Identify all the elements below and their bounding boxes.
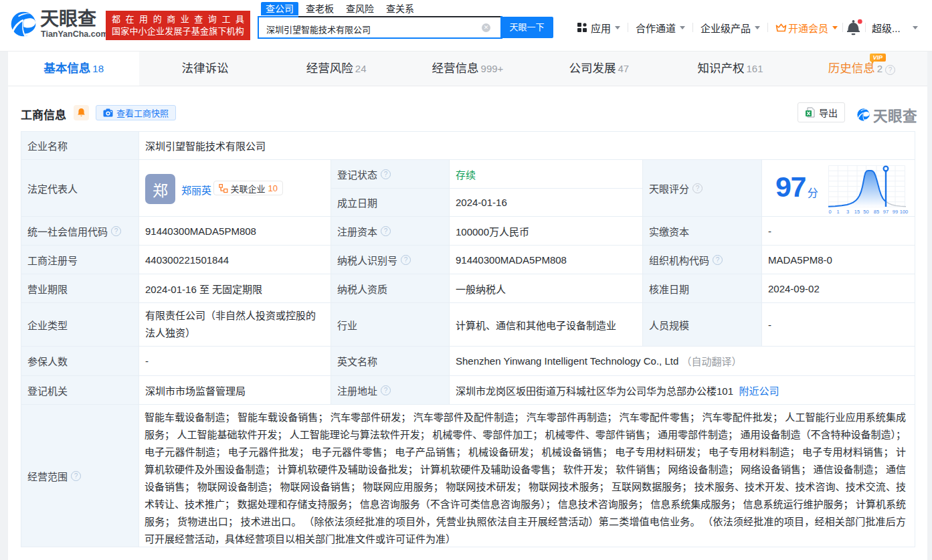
svg-text:85: 85 — [874, 209, 879, 215]
svg-text:99: 99 — [893, 209, 898, 215]
svg-text:1: 1 — [836, 209, 839, 215]
svg-text:15: 15 — [854, 209, 860, 215]
svg-text:97: 97 — [883, 209, 889, 215]
svg-text:50: 50 — [863, 209, 868, 215]
svg-text:3: 3 — [846, 209, 849, 215]
svg-text:0: 0 — [828, 209, 831, 215]
svg-text:100: 100 — [900, 209, 909, 215]
